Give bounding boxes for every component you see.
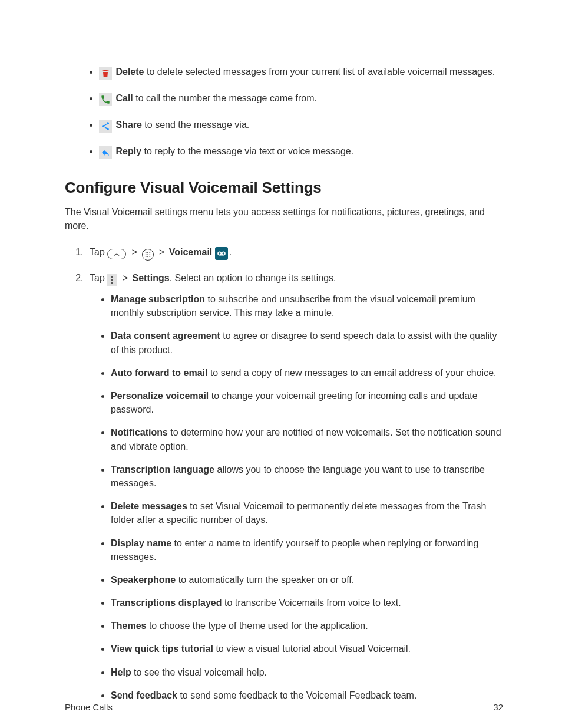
svg-point-5 [149,252,150,253]
svg-point-3 [145,252,146,253]
page-footer: Phone Calls 32 [65,701,503,714]
option-text: to automatically turn the speaker on or … [176,575,354,585]
option-label: Auto forward to email [111,368,207,378]
option-label: Speakerphone [111,575,176,585]
settings-option-list: Manage subscription to subscribe and uns… [90,292,503,702]
svg-point-4 [147,252,148,253]
svg-point-8 [149,254,150,255]
svg-point-9 [145,256,146,258]
option-label: Display name [111,538,171,548]
svg-point-11 [149,256,150,258]
separator: > [123,273,128,283]
option-label: Transcriptions displayed [111,598,222,608]
tap-label: Tap [90,273,105,283]
list-item: Reply to reply to the message via text o… [99,144,503,159]
option-text: to determine how your are notified of ne… [111,427,501,451]
option-text: to view a visual tutorial about Visual V… [213,644,411,654]
footer-page-number: 32 [493,701,503,714]
option-label: Delete messages [111,501,187,511]
svg-point-7 [147,254,148,255]
voicemail-action-list: Delete to delete selected messages from … [75,65,503,159]
step-item: Tap > Settings. Select an option to chan… [86,271,503,702]
option-text: to send some feedback to the Voicemail F… [177,690,416,700]
svg-point-6 [145,254,146,255]
home-capsule-icon [107,249,126,259]
option-text: to choose the type of theme used for the… [146,621,368,631]
list-item: Delete to delete selected messages from … [99,65,503,80]
list-item: Personalize voicemail to change your voi… [111,389,503,416]
steps-list: Tap > > Voicemail . Tap > Settings. Sele… [71,245,503,702]
share-icon [99,120,112,133]
option-label: Notifications [111,427,168,437]
reply-icon [99,146,112,159]
option-label: Transcription language [111,465,214,475]
list-item: Auto forward to email to send a copy of … [111,366,503,380]
list-item: Notifications to determine how your are … [111,426,503,453]
svg-point-1 [102,125,104,127]
option-label: Help [111,667,131,677]
list-item: Transcriptions displayed to transcribe V… [111,596,503,610]
phone-icon [99,93,112,106]
settings-label: Settings [133,273,170,283]
option-text: to see the visual voicemail help. [131,667,267,677]
option-label: View quick tips tutorial [111,644,213,654]
document-page: Delete to delete selected messages from … [0,0,562,728]
section-heading: Configure Visual Voicemail Settings [65,177,503,199]
list-item: Manage subscription to subscribe and uns… [111,292,503,319]
list-item: Share to send the message via. [99,118,503,133]
list-item: Send feedback to send some feedback to t… [111,689,503,702]
option-label: Data consent agreement [111,331,220,341]
more-vert-icon [107,274,117,286]
footer-section: Phone Calls [65,701,113,714]
apps-ring-icon [142,249,154,261]
voicemail-label: Voicemail [169,247,213,257]
list-item: Delete messages to set Visual Voicemail … [111,499,503,526]
list-item: Call to call the number the message came… [99,91,503,106]
list-item: View quick tips tutorial to view a visua… [111,642,503,655]
separator: > [159,247,164,257]
action-label: Share [115,120,141,130]
list-item: Speakerphone to automatically turn the s… [111,573,503,587]
action-text: to reply to the message via text or voic… [141,146,353,156]
trash-icon [99,67,112,80]
step-item: Tap > > Voicemail . [86,245,503,261]
tap-label: Tap [90,247,105,257]
action-label: Reply [115,146,141,156]
option-label: Themes [111,621,146,631]
option-text: to transcribe Voicemails from voice to t… [222,598,401,608]
step-after-text: . Select an option to change its setting… [170,273,336,283]
option-label: Send feedback [111,690,177,700]
option-label: Manage subscription [111,294,205,304]
action-text: to call the number the message came from… [133,93,317,103]
list-item: Transcription language allows you to cho… [111,463,503,490]
list-item: Display name to enter a name to identify… [111,536,503,564]
svg-point-10 [147,256,148,258]
action-text: to delete selected messages from your cu… [144,67,495,77]
list-item: Themes to choose the type of theme used … [111,619,503,633]
voicemail-app-icon [215,247,228,260]
option-text: to send a copy of new messages to an ema… [207,368,496,378]
section-lead: The Visual Voicemail settings menu lets … [65,205,503,232]
list-item: Data consent agreement to agree or disag… [111,329,503,356]
period: . [229,247,232,257]
action-label: Call [115,93,133,103]
separator: > [132,247,137,257]
action-text: to send the message via. [142,120,249,130]
action-label: Delete [115,67,144,77]
option-label: Personalize voicemail [111,391,209,401]
list-item: Help to see the visual voicemail help. [111,666,503,679]
